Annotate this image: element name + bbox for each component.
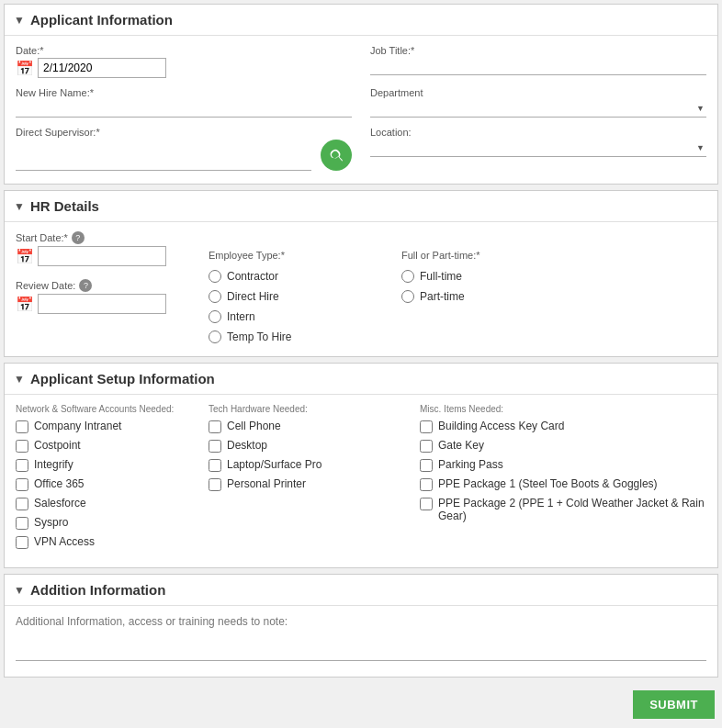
laptop-surface-pro-label: Laptop/Surface Pro	[227, 458, 322, 471]
applicant-information-body: Date:* 📅 Job Title:* New Hire Name:*	[5, 36, 717, 184]
employee-type-direct-hire: Direct Hire	[209, 290, 392, 303]
applicant-setup-body: Network & Software Accounts Needed: Comp…	[5, 395, 717, 567]
review-date-row: 📅	[16, 294, 199, 314]
start-date-input[interactable]	[38, 246, 166, 266]
addition-information-title: Addition Information	[30, 582, 165, 598]
employee-type-intern: Intern	[209, 310, 392, 323]
salesforce-label: Salesforce	[34, 497, 86, 510]
vpn-access-label: VPN Access	[34, 535, 95, 548]
full-time-radio[interactable]	[401, 270, 414, 283]
contractor-radio[interactable]	[209, 270, 221, 283]
applicant-setup-section: ▼ Applicant Setup Information Network & …	[4, 363, 718, 568]
review-date-label-row: Review Date: ?	[16, 279, 199, 292]
network-software-column: Network & Software Accounts Needed: Comp…	[16, 404, 199, 554]
job-title-field-group: Job Title:*	[370, 45, 706, 78]
cell-phone-label: Cell Phone	[227, 420, 281, 432]
intern-label: Intern	[227, 310, 255, 323]
costpoint-checkbox[interactable]	[16, 440, 28, 453]
gate-key-row: Gate Key	[420, 439, 706, 453]
building-access-key-card-row: Building Access Key Card	[420, 420, 706, 433]
start-date-field-group: Start Date:* ? 📅	[16, 231, 199, 266]
applicant-information-title: Applicant Information	[30, 12, 173, 28]
chevron-down-icon: ▼	[14, 373, 25, 386]
company-intranet-row: Company Intranet	[16, 420, 199, 433]
search-button[interactable]	[321, 140, 352, 171]
syspro-checkbox[interactable]	[16, 517, 28, 530]
office365-checkbox[interactable]	[16, 478, 28, 491]
cell-phone-checkbox[interactable]	[209, 420, 221, 433]
applicant-setup-header: ▼ Applicant Setup Information	[5, 364, 717, 395]
gate-key-checkbox[interactable]	[420, 440, 433, 453]
start-date-help-icon[interactable]: ?	[72, 231, 85, 244]
office365-label: Office 365	[34, 477, 84, 490]
part-time-radio[interactable]	[401, 290, 414, 303]
direct-supervisor-input[interactable]	[16, 153, 311, 171]
calendar-icon: 📅	[16, 296, 34, 313]
desktop-label: Desktop	[227, 439, 267, 452]
personal-printer-row: Personal Printer	[209, 477, 411, 491]
ppe1-label: PPE Package 1 (Steel Toe Boots & Goggles…	[438, 477, 658, 490]
hr-details-title: HR Details	[30, 198, 99, 214]
department-label: Department	[370, 87, 706, 98]
vpn-access-checkbox[interactable]	[16, 536, 28, 549]
direct-supervisor-label: Direct Supervisor:*	[16, 127, 352, 138]
start-date-label-row: Start Date:* ?	[16, 231, 199, 244]
parking-pass-label: Parking Pass	[438, 458, 503, 471]
contractor-label: Contractor	[227, 270, 278, 283]
location-select[interactable]	[370, 140, 706, 157]
employee-type-contractor: Contractor	[209, 270, 392, 283]
chevron-down-icon: ▼	[14, 14, 25, 27]
review-date-field-group: Review Date: ? 📅	[16, 279, 199, 314]
search-icon	[328, 147, 344, 163]
job-title-input[interactable]	[370, 58, 706, 75]
additional-info-textarea[interactable]	[16, 615, 706, 661]
start-date-label: Start Date:*	[16, 232, 68, 243]
salesforce-checkbox[interactable]	[16, 498, 28, 510]
part-time-label: Part-time	[420, 290, 465, 303]
hr-grid: Start Date:* ? 📅 Review Date: ?	[16, 231, 706, 343]
building-access-key-card-label: Building Access Key Card	[438, 420, 564, 432]
ppe2-row: PPE Package 2 (PPE 1 + Cold Weather Jack…	[420, 497, 706, 522]
laptop-surface-pro-row: Laptop/Surface Pro	[209, 458, 411, 472]
hr-details-header: ▼ HR Details	[5, 191, 717, 222]
company-intranet-checkbox[interactable]	[16, 420, 28, 433]
job-title-label: Job Title:*	[370, 45, 706, 56]
department-select[interactable]	[370, 100, 706, 118]
applicant-grid: Date:* 📅 Job Title:* New Hire Name:*	[16, 45, 706, 171]
temp-to-hire-radio[interactable]	[209, 330, 221, 343]
addition-information-header: ▼ Addition Information	[5, 575, 717, 606]
parking-pass-checkbox[interactable]	[420, 459, 433, 472]
review-date-input[interactable]	[38, 294, 166, 314]
addition-information-section: ▼ Addition Information	[4, 574, 718, 678]
laptop-surface-pro-checkbox[interactable]	[209, 459, 221, 472]
date-input[interactable]	[38, 58, 166, 78]
page-wrapper: ▼ Applicant Information Date:* 📅 Job Tit…	[0, 0, 722, 728]
ppe1-row: PPE Package 1 (Steel Toe Boots & Goggles…	[420, 477, 706, 491]
desktop-checkbox[interactable]	[209, 440, 221, 453]
applicant-information-header: ▼ Applicant Information	[5, 5, 717, 36]
direct-hire-radio[interactable]	[209, 290, 221, 303]
cell-phone-row: Cell Phone	[209, 420, 411, 433]
integrify-checkbox[interactable]	[16, 459, 28, 472]
review-date-help-icon[interactable]: ?	[79, 279, 92, 292]
full-time-option: Full-time	[401, 270, 706, 283]
direct-hire-label: Direct Hire	[227, 290, 279, 303]
network-software-label: Network & Software Accounts Needed:	[16, 404, 199, 414]
chevron-down-icon: ▼	[14, 200, 25, 213]
personal-printer-checkbox[interactable]	[209, 478, 221, 491]
submit-button[interactable]: SUBMIT	[633, 690, 715, 719]
temp-to-hire-label: Temp To Hire	[227, 330, 291, 343]
new-hire-name-input[interactable]	[16, 100, 352, 118]
integrify-row: Integrify	[16, 458, 199, 472]
ppe1-checkbox[interactable]	[420, 478, 433, 491]
location-field-group: Location:	[370, 127, 706, 171]
building-access-key-card-checkbox[interactable]	[420, 420, 433, 433]
ppe2-checkbox[interactable]	[420, 498, 433, 510]
setup-columns: Network & Software Accounts Needed: Comp…	[16, 404, 706, 554]
start-date-row: 📅	[16, 246, 199, 266]
gate-key-label: Gate Key	[438, 439, 484, 452]
applicant-information-section: ▼ Applicant Information Date:* 📅 Job Tit…	[4, 4, 718, 185]
intern-radio[interactable]	[209, 310, 221, 323]
addition-information-body	[5, 606, 717, 677]
syspro-label: Syspro	[34, 516, 68, 529]
